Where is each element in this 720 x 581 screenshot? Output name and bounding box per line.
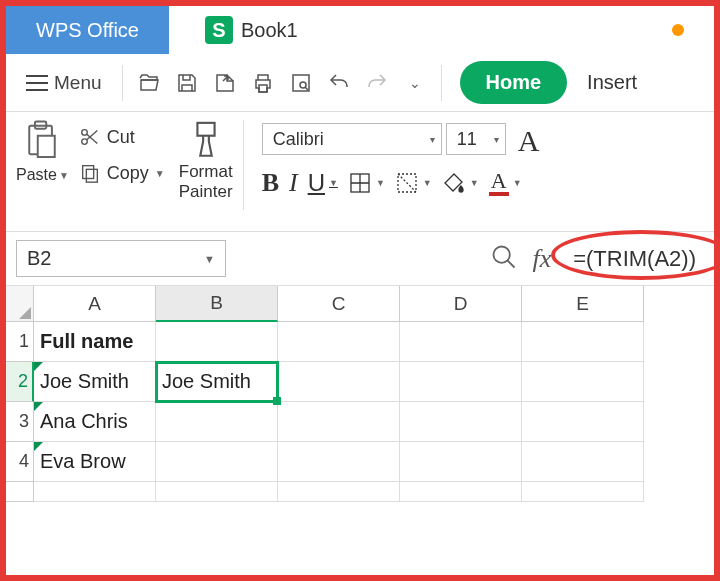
italic-button[interactable]: I [289, 168, 298, 198]
cell-D5[interactable] [400, 482, 522, 502]
svg-rect-3 [38, 136, 55, 157]
cell-D1[interactable] [400, 322, 522, 362]
cell-A3[interactable]: Ana Chris [34, 402, 156, 442]
row-header-1[interactable]: 1 [6, 322, 34, 362]
underline-button[interactable]: U▼ [308, 169, 338, 197]
cell-B1[interactable] [156, 322, 278, 362]
cell-A5[interactable] [34, 482, 156, 502]
borders-button[interactable]: ▼ [348, 171, 385, 195]
cell-A4[interactable]: Eva Brow [34, 442, 156, 482]
cell-C1[interactable] [278, 322, 400, 362]
name-box[interactable]: B2▼ [16, 240, 226, 277]
formula-input[interactable]: =(TRIM(A2)) [565, 242, 704, 276]
separator [243, 120, 244, 210]
export-icon [213, 71, 237, 95]
save-button[interactable] [171, 67, 203, 99]
col-header-C[interactable]: C [278, 286, 400, 322]
col-header-B[interactable]: B [156, 286, 278, 322]
col-header-E[interactable]: E [522, 286, 644, 322]
fx-label[interactable]: fx [532, 244, 551, 274]
cut-button[interactable]: Cut [79, 126, 165, 148]
spreadsheet-icon: S [205, 16, 233, 44]
svg-point-4 [82, 130, 88, 136]
copy-label: Copy [107, 163, 149, 184]
preview-button[interactable] [285, 67, 317, 99]
cell-C3[interactable] [278, 402, 400, 442]
copy-icon [79, 162, 101, 184]
zoom-button[interactable] [490, 243, 518, 275]
borders-icon [348, 171, 372, 195]
paste-button[interactable]: Paste▼ [16, 120, 69, 184]
redo-button[interactable] [361, 67, 393, 99]
row-header-2[interactable]: 2 [6, 362, 34, 402]
preview-icon [289, 71, 313, 95]
cell-A2[interactable]: Joe Smith [34, 362, 156, 402]
cell-B2[interactable]: Joe Smith [156, 362, 278, 402]
copy-button[interactable]: Copy▼ [79, 162, 165, 184]
formula-text: =(TRIM(A2)) [573, 246, 696, 271]
row-header-5[interactable] [6, 482, 34, 502]
cell-E4[interactable] [522, 442, 644, 482]
tab-insert[interactable]: Insert [573, 61, 651, 104]
bold-button[interactable]: B [262, 168, 279, 198]
paintbrush-icon [188, 120, 224, 160]
font-size-select[interactable]: 11 [446, 123, 506, 155]
cell-D3[interactable] [400, 402, 522, 442]
svg-rect-8 [197, 123, 214, 136]
cell-E1[interactable] [522, 322, 644, 362]
chevron-down-icon: ▼ [59, 170, 69, 181]
magnifier-icon [490, 243, 518, 271]
row-header-4[interactable]: 4 [6, 442, 34, 482]
fill-color-button[interactable]: ▼ [442, 171, 479, 195]
font-name-select[interactable]: Calibri [262, 123, 442, 155]
svg-rect-7 [86, 169, 97, 182]
document-tab-label: Book1 [241, 19, 298, 42]
clipboard-icon [25, 120, 59, 164]
separator [441, 65, 442, 101]
document-tab[interactable]: S Book1 [189, 8, 314, 52]
cell-E3[interactable] [522, 402, 644, 442]
menu-label: Menu [54, 72, 102, 94]
format-painter-button[interactable]: FormatPainter [179, 120, 233, 203]
cell-E5[interactable] [522, 482, 644, 502]
undo-icon [327, 71, 351, 95]
spreadsheet-grid[interactable]: 1 2 3 4 A B C D E Full name Joe Smith Jo… [6, 286, 714, 502]
tab-home[interactable]: Home [460, 61, 568, 104]
row-header-3[interactable]: 3 [6, 402, 34, 442]
cell-D4[interactable] [400, 442, 522, 482]
paste-label: Paste [16, 166, 57, 184]
save-icon [175, 71, 199, 95]
formula-bar: B2▼ fx =(TRIM(A2)) [6, 232, 714, 286]
format-painter-label2: Painter [179, 182, 233, 201]
chevron-down-icon: ▼ [155, 168, 165, 179]
chevron-down-icon: ▼ [423, 178, 432, 188]
cell-C5[interactable] [278, 482, 400, 502]
cell-B5[interactable] [156, 482, 278, 502]
cell-B3[interactable] [156, 402, 278, 442]
chevron-down-icon: ▼ [376, 178, 385, 188]
more-button[interactable]: ⌄ [399, 67, 431, 99]
format-painter-label1: Format [179, 162, 233, 181]
undo-button[interactable] [323, 67, 355, 99]
chevron-down-icon: ▼ [329, 178, 338, 188]
font-size-value: 11 [457, 129, 477, 150]
cell-style-button[interactable]: ▼ [395, 171, 432, 195]
cut-label: Cut [107, 127, 135, 148]
font-color-button[interactable]: A▼ [489, 170, 522, 196]
select-all-corner[interactable] [6, 286, 34, 322]
cell-D2[interactable] [400, 362, 522, 402]
increase-font-icon[interactable]: A [518, 124, 540, 158]
col-header-A[interactable]: A [34, 286, 156, 322]
col-header-D[interactable]: D [400, 286, 522, 322]
cell-B4[interactable] [156, 442, 278, 482]
ribbon-tab-strip: Menu ⌄ Home Insert [6, 54, 714, 112]
cell-A1[interactable]: Full name [34, 322, 156, 362]
open-button[interactable] [133, 67, 165, 99]
cell-C2[interactable] [278, 362, 400, 402]
menu-button[interactable]: Menu [16, 66, 112, 100]
cell-E2[interactable] [522, 362, 644, 402]
cell-C4[interactable] [278, 442, 400, 482]
print-button[interactable] [247, 67, 279, 99]
export-button[interactable] [209, 67, 241, 99]
notification-dot-icon[interactable] [672, 24, 684, 36]
